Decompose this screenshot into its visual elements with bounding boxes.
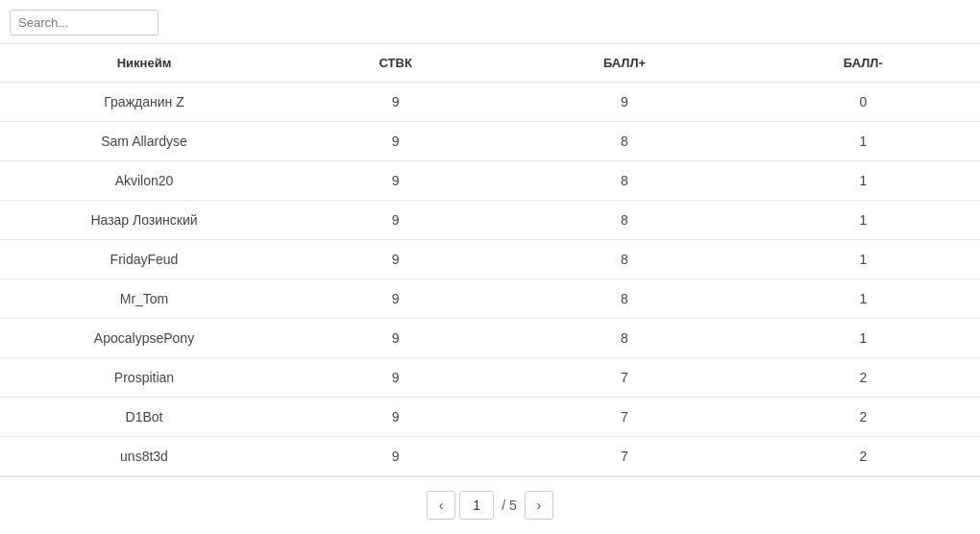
cell-stvk: 9: [288, 240, 502, 279]
cell-ball-minus: 1: [747, 240, 980, 279]
search-container: [0, 0, 980, 43]
cell-stvk: 9: [288, 83, 502, 122]
cell-ball-minus: 2: [747, 437, 980, 476]
cell-ball-minus: 1: [747, 201, 980, 240]
cell-stvk: 9: [288, 358, 502, 398]
cell-ball-plus: 8: [502, 279, 746, 319]
prev-page-button[interactable]: ‹: [427, 491, 455, 520]
leaderboard-table: Никнейм СТВК БАЛЛ+ БАЛЛ- Гражданин Z990S…: [0, 43, 980, 476]
cell-ball-plus: 8: [502, 319, 746, 358]
cell-ball-minus: 2: [747, 398, 980, 437]
page-separator: / 5: [498, 498, 521, 513]
table-row: Гражданин Z990: [0, 83, 980, 122]
cell-ball-plus: 7: [502, 398, 746, 437]
cell-stvk: 9: [288, 161, 502, 201]
table-row: Prospitian972: [0, 358, 980, 398]
cell-ball-minus: 2: [747, 358, 980, 398]
cell-stvk: 9: [288, 201, 502, 240]
cell-stvk: 9: [288, 279, 502, 319]
cell-ball-plus: 8: [502, 201, 746, 240]
cell-nickname: D1Bot: [0, 398, 288, 437]
cell-nickname: Назар Лозинский: [0, 201, 288, 240]
table-row: Mr_Tom981: [0, 279, 980, 319]
cell-ball-plus: 7: [502, 358, 746, 398]
col-header-ball-plus: БАЛЛ+: [502, 44, 746, 83]
table-row: ApocalypsePony981: [0, 319, 980, 358]
cell-ball-minus: 1: [747, 161, 980, 201]
cell-ball-plus: 8: [502, 240, 746, 279]
pagination: ‹ / 5 ›: [0, 476, 980, 533]
table-row: Sam Allardyse981: [0, 122, 980, 161]
cell-stvk: 9: [288, 319, 502, 358]
cell-stvk: 9: [288, 398, 502, 437]
table-row: Akvilon20981: [0, 161, 980, 201]
cell-ball-plus: 8: [502, 122, 746, 161]
table-header-row: Никнейм СТВК БАЛЛ+ БАЛЛ-: [0, 44, 980, 83]
cell-ball-plus: 8: [502, 161, 746, 201]
cell-ball-minus: 1: [747, 319, 980, 358]
next-page-button[interactable]: ›: [525, 491, 553, 520]
cell-nickname: ApocalypsePony: [0, 319, 288, 358]
col-header-nickname: Никнейм: [0, 44, 288, 83]
cell-ball-minus: 1: [747, 122, 980, 161]
table-row: uns8t3d972: [0, 437, 980, 476]
cell-ball-minus: 1: [747, 279, 980, 319]
table-container: Никнейм СТВК БАЛЛ+ БАЛЛ- Гражданин Z990S…: [0, 43, 980, 476]
cell-ball-minus: 0: [747, 83, 980, 122]
search-input[interactable]: [10, 10, 159, 36]
cell-nickname: Prospitian: [0, 358, 288, 398]
col-header-stvk: СТВК: [288, 44, 502, 83]
page-number-input[interactable]: [459, 491, 494, 520]
table-row: Назар Лозинский981: [0, 201, 980, 240]
cell-nickname: Гражданин Z: [0, 83, 288, 122]
cell-ball-plus: 7: [502, 437, 746, 476]
cell-stvk: 9: [288, 122, 502, 161]
table-row: D1Bot972: [0, 398, 980, 437]
cell-nickname: Akvilon20: [0, 161, 288, 201]
cell-nickname: FridayFeud: [0, 240, 288, 279]
col-header-ball-minus: БАЛЛ-: [747, 44, 980, 83]
cell-ball-plus: 9: [502, 83, 746, 122]
cell-nickname: Sam Allardyse: [0, 122, 288, 161]
cell-nickname: Mr_Tom: [0, 279, 288, 319]
cell-nickname: uns8t3d: [0, 437, 288, 476]
table-row: FridayFeud981: [0, 240, 980, 279]
cell-stvk: 9: [288, 437, 502, 476]
